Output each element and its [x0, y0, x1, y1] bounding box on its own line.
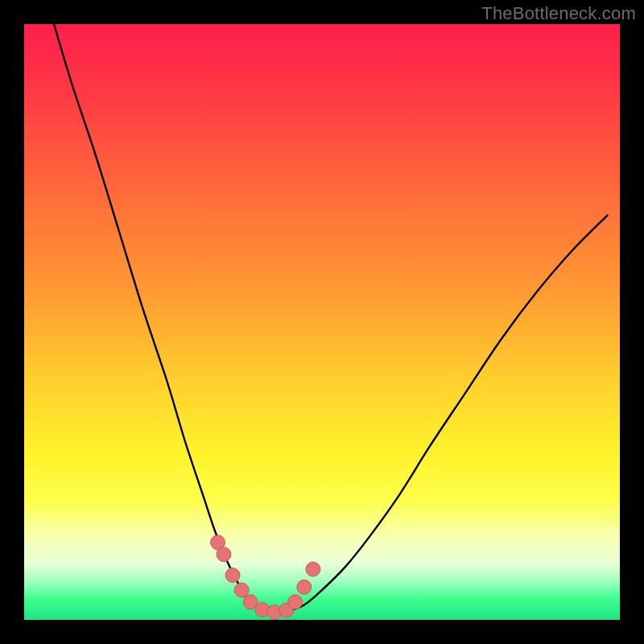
marker-point: [288, 595, 303, 609]
marker-group: [211, 535, 320, 620]
marker-point: [217, 547, 231, 562]
watermark-text: TheBottleneck.com: [481, 3, 636, 24]
curve-layer: [24, 24, 620, 620]
bottleneck-curve: [54, 24, 608, 613]
marker-point: [297, 580, 312, 594]
plot-area: [24, 24, 620, 620]
marker-point: [234, 583, 249, 597]
marker-point: [225, 568, 240, 583]
chart-frame: TheBottleneck.com: [0, 0, 644, 644]
marker-point: [306, 562, 320, 576]
